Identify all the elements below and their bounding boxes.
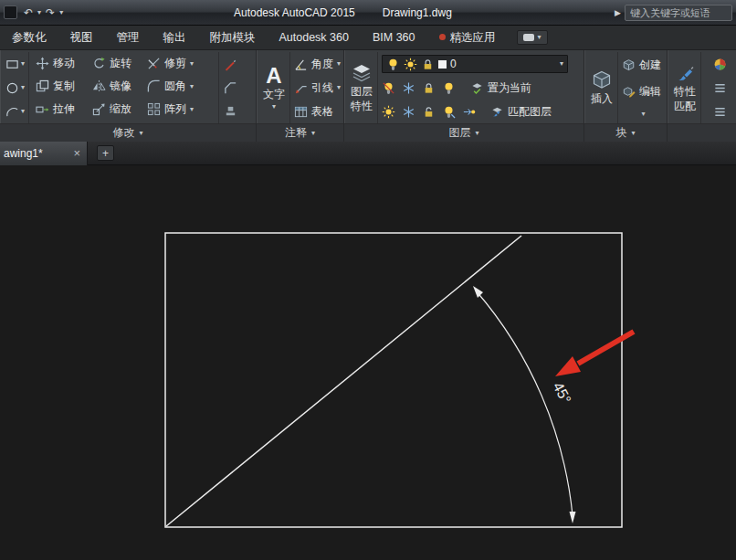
mirror-button[interactable]: 镜像	[92, 79, 147, 94]
panel-label-annotate[interactable]: 注释 ▾	[257, 123, 343, 142]
list-icon[interactable]	[713, 81, 727, 95]
close-icon[interactable]: ×	[70, 146, 83, 160]
create-block-button[interactable]: 创建	[622, 58, 665, 73]
rectangle-tool-button[interactable]: ▾	[5, 58, 25, 71]
layer-properties-button[interactable]: 图层 特性	[346, 52, 378, 123]
match-properties-icon	[674, 62, 696, 84]
set-current-layer-button[interactable]: 置为当前	[470, 80, 531, 96]
match-layer-icon	[490, 105, 504, 119]
fillet-button[interactable]: 圆角 ▾	[147, 79, 216, 94]
thaw-layers-button[interactable]	[402, 105, 415, 119]
drawing-viewport: 45°	[0, 165, 736, 560]
layer-lock-button[interactable]	[422, 81, 436, 95]
ribbon: ▾ ▾ ▾ 移动 旋转	[0, 50, 736, 142]
drawing-canvas[interactable]: 45°	[0, 165, 736, 560]
chevron-down-icon[interactable]: ▾	[190, 83, 194, 90]
panel-label-block[interactable]: 块 ▾	[584, 123, 667, 142]
tab-featured-apps[interactable]: 精选应用	[427, 26, 508, 50]
chevron-down-icon[interactable]: ▾	[59, 9, 63, 16]
stamp-tool-button[interactable]	[224, 105, 237, 119]
leader-icon	[294, 81, 308, 95]
file-tab-drawing1[interactable]: awing1* ×	[0, 142, 88, 165]
stretch-button[interactable]: 拉伸	[36, 101, 92, 117]
scale-button[interactable]: 缩放	[92, 101, 147, 117]
layer-color-swatch	[438, 60, 447, 69]
leader-button[interactable]: 引线 ▾	[294, 80, 342, 96]
trim-button[interactable]: 修剪 ▾	[147, 56, 216, 71]
layer-walk-button[interactable]	[442, 105, 456, 119]
mirror-icon	[92, 79, 106, 93]
layer-select-dropdown[interactable]: 0 ▾	[382, 55, 568, 73]
layer-freeze-button[interactable]	[402, 81, 415, 95]
file-tab-bar: awing1* × +	[0, 142, 736, 165]
new-drawing-tab-button[interactable]: +	[97, 145, 114, 161]
unlock-layers-button[interactable]	[422, 105, 436, 119]
tab-view[interactable]: 视图	[58, 26, 105, 50]
rotate-button[interactable]: 旋转	[92, 56, 147, 71]
edit-block-icon	[622, 85, 636, 99]
search-input[interactable]	[625, 5, 732, 21]
text-tool-button[interactable]: A 文字 ▾	[258, 52, 290, 123]
match-properties-button[interactable]: 特性 匹配	[669, 52, 701, 123]
rectangle-icon	[5, 58, 19, 71]
chamfer-tool-button[interactable]	[224, 81, 237, 95]
ribbon-options-button[interactable]: ▾	[517, 30, 548, 45]
tab-bim360[interactable]: BIM 360	[361, 26, 427, 50]
match-layer-button[interactable]: 匹配图层	[490, 104, 552, 120]
scale-icon	[92, 102, 106, 116]
chevron-down-icon[interactable]: ▾	[190, 106, 194, 113]
redo-button[interactable]: ↷	[44, 6, 57, 19]
angular-dimension-entity[interactable]: 45°	[473, 286, 576, 523]
erase-tool-button[interactable]	[224, 58, 237, 71]
undo-button[interactable]: ↶	[22, 6, 35, 19]
angular-dimension-button[interactable]: 角度 ▾	[294, 57, 342, 72]
tab-manage[interactable]: 管理	[105, 26, 152, 50]
block-flyout-button[interactable]: ▾	[622, 111, 665, 118]
layer-off-button[interactable]	[382, 81, 395, 95]
chevron-down-icon[interactable]: ▾	[337, 60, 341, 68]
angle-dimension-text: 45°	[550, 379, 573, 406]
layer-state-button[interactable]	[462, 105, 476, 119]
list-icon[interactable]	[713, 105, 727, 119]
trim-icon	[147, 57, 161, 70]
panel-label-modify[interactable]: 修改 ▾	[0, 123, 256, 142]
tab-output[interactable]: 输出	[152, 26, 198, 50]
insert-block-button[interactable]: 插入	[586, 52, 618, 123]
arc-tool-button[interactable]: ▾	[5, 105, 25, 119]
move-button[interactable]: 移动	[36, 56, 92, 71]
create-block-icon	[622, 58, 636, 72]
chevron-right-icon[interactable]: ▶	[615, 8, 621, 17]
text-icon: A	[266, 65, 281, 87]
circle-icon	[5, 81, 19, 95]
chevron-down-icon[interactable]: ▾	[337, 84, 341, 91]
chevron-down-icon: ▾	[475, 130, 478, 137]
arc-icon	[5, 105, 19, 119]
chevron-down-icon: ▾	[631, 130, 635, 137]
rectangle-entity[interactable]	[165, 233, 622, 527]
pie-chart-icon[interactable]	[713, 58, 727, 71]
edit-block-button[interactable]: 编辑	[622, 84, 665, 100]
panel-label-layers[interactable]: 图层 ▾	[344, 123, 584, 142]
dimension-arrowhead-top	[473, 286, 483, 298]
chevron-down-icon: ▾	[21, 60, 25, 68]
draw-flyout-column: ▾ ▾ ▾	[2, 52, 29, 123]
layer-isolate-button[interactable]	[442, 81, 456, 95]
tab-parametric[interactable]: 参数化	[0, 26, 58, 50]
app-icon	[4, 5, 17, 19]
diagonal-line-entity[interactable]	[166, 236, 521, 526]
tab-addins[interactable]: 附加模块	[198, 26, 268, 50]
circle-tool-button[interactable]: ▾	[5, 81, 25, 95]
turn-on-layers-button[interactable]	[382, 105, 395, 119]
table-button[interactable]: 表格	[294, 104, 342, 120]
chevron-down-icon[interactable]: ▾	[560, 60, 563, 68]
copy-button[interactable]: 复制	[36, 79, 92, 94]
chevron-down-icon: ▾	[139, 130, 142, 137]
app-title: Autodesk AutoCAD 2015	[234, 6, 355, 19]
array-button[interactable]: 阵列 ▾	[147, 101, 216, 117]
lock-icon	[421, 58, 435, 71]
current-layer-name: 0	[450, 58, 457, 70]
chevron-down-icon[interactable]: ▾	[190, 60, 194, 68]
tab-autodesk360[interactable]: Autodesk 360	[268, 26, 361, 50]
chevron-down-icon[interactable]: ▾	[37, 9, 41, 16]
layer-properties-icon	[351, 62, 373, 84]
